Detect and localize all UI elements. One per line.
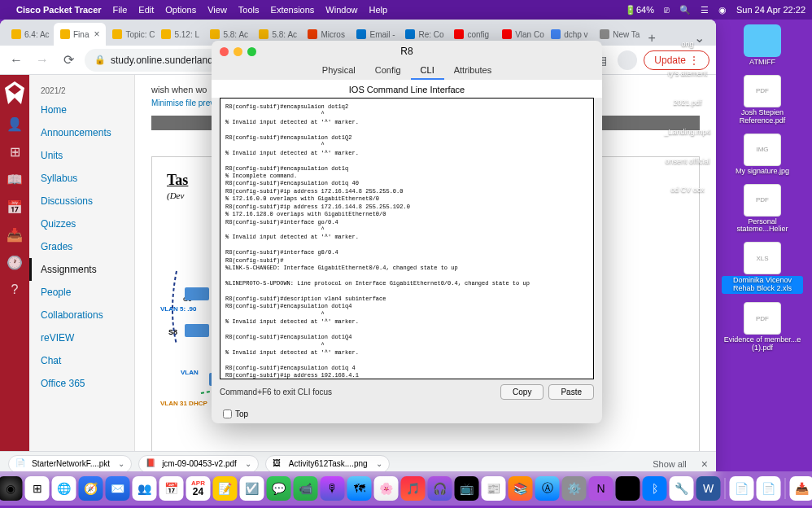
dock-bluetooth[interactable]: ᛒ bbox=[643, 476, 667, 501]
dock-calendar[interactable]: 📅 bbox=[159, 476, 184, 501]
file-label-partial[interactable]: ong bbox=[681, 41, 693, 49]
nav-home[interactable]: Home bbox=[29, 99, 134, 121]
back-button[interactable]: ← bbox=[7, 50, 26, 70]
battery-icon[interactable]: 🔋 64% bbox=[625, 5, 654, 15]
sunderland-logo-icon[interactable] bbox=[5, 81, 24, 104]
dock-recent2[interactable]: 📄 bbox=[757, 476, 781, 501]
dock-safari[interactable]: 🧭 bbox=[79, 476, 103, 501]
dock-reminders[interactable]: ☑️ bbox=[240, 476, 264, 501]
control-center-icon[interactable]: ☰ bbox=[701, 5, 709, 15]
dock-contacts[interactable]: 👥 bbox=[133, 476, 157, 501]
dock-recent1[interactable]: 📄 bbox=[730, 476, 754, 501]
help-icon[interactable]: ? bbox=[7, 282, 23, 298]
dock-books[interactable]: 📚 bbox=[509, 476, 533, 501]
download-item[interactable]: 📕jcm-09-00453-v2.pdf⌄ bbox=[138, 455, 259, 473]
menu-help[interactable]: Help bbox=[369, 5, 387, 15]
dock-podcasts[interactable]: 🎙 bbox=[321, 476, 345, 501]
tab-config[interactable]: Config bbox=[365, 62, 411, 80]
tab-physical[interactable]: Physical bbox=[312, 62, 365, 80]
close-icon[interactable]: × bbox=[94, 28, 99, 40]
file-label-partial[interactable]: ry's atement bbox=[668, 70, 708, 78]
window-titlebar[interactable]: R8 bbox=[212, 41, 602, 62]
paste-button[interactable]: Paste bbox=[548, 384, 594, 400]
nav-quizzes[interactable]: Quizzes bbox=[29, 212, 134, 235]
nav-announcements[interactable]: Announcements bbox=[29, 121, 134, 144]
search-icon[interactable]: 🔍 bbox=[679, 5, 691, 15]
tab-cli[interactable]: CLI bbox=[411, 62, 444, 80]
nav-people[interactable]: People bbox=[29, 281, 134, 304]
file-label-partial[interactable]: onsent official bbox=[666, 158, 710, 166]
copy-button[interactable]: Copy bbox=[500, 384, 544, 400]
menu-options[interactable]: Options bbox=[165, 5, 196, 15]
nav-grades[interactable]: Grades bbox=[29, 235, 134, 258]
dock-downloads[interactable]: 📥 bbox=[790, 476, 813, 501]
menu-extensions[interactable]: Extensions bbox=[271, 5, 315, 15]
screen-mirror-icon[interactable]: ⎚ bbox=[664, 5, 670, 15]
nav-units[interactable]: Units bbox=[29, 144, 134, 167]
dock-facetime[interactable]: 📹 bbox=[294, 476, 318, 501]
profile-avatar[interactable] bbox=[618, 50, 637, 70]
siri-icon[interactable]: ◉ bbox=[718, 5, 727, 15]
file-label-partial[interactable]: od CV ocx bbox=[670, 186, 705, 195]
dock-word[interactable]: W bbox=[696, 476, 721, 501]
history-icon[interactable]: 🕐 bbox=[7, 254, 23, 270]
close-downloads-bar[interactable]: × bbox=[701, 458, 708, 471]
courses-icon[interactable]: 📖 bbox=[7, 171, 23, 187]
desktop-folder[interactable]: ATMIFF bbox=[718, 24, 807, 67]
dock-siri[interactable]: ◉ bbox=[0, 476, 23, 501]
dock-tv[interactable]: 📺 bbox=[455, 476, 479, 501]
file-label-partial[interactable]: _Landing.mp4 bbox=[664, 129, 710, 137]
menu-tools[interactable]: Tools bbox=[238, 5, 260, 15]
dock-music[interactable]: 🎵 bbox=[401, 476, 426, 501]
file-label-partial[interactable]: 2021.pdf bbox=[673, 99, 701, 107]
browser-tab[interactable]: 5.12: L bbox=[155, 23, 203, 46]
dock-launchpad[interactable]: ⊞ bbox=[25, 476, 50, 501]
desktop-file[interactable]: My signature.jpg bbox=[718, 134, 807, 176]
chevron-down-icon[interactable]: ⌄ bbox=[376, 459, 382, 468]
browser-tab[interactable]: Topic: C bbox=[106, 23, 155, 46]
app-name[interactable]: Cisco Packet Tracer bbox=[16, 5, 102, 15]
inbox-icon[interactable]: 📥 bbox=[7, 226, 23, 243]
desktop-file[interactable]: Josh Stepien Reference.pdf bbox=[718, 75, 807, 125]
chevron-down-icon[interactable]: ⌄ bbox=[245, 459, 251, 468]
dock-podcasts2[interactable]: 🎧 bbox=[428, 476, 452, 501]
dock-settings[interactable]: ⚙️ bbox=[562, 476, 587, 501]
dock-chrome[interactable]: 🌐 bbox=[52, 476, 76, 501]
tab-attributes[interactable]: Attributes bbox=[444, 62, 501, 80]
nav-chat[interactable]: Chat bbox=[29, 349, 134, 372]
show-all-downloads[interactable]: Show all bbox=[653, 459, 687, 469]
dock-mail[interactable]: ✉️ bbox=[106, 476, 130, 501]
browser-tab-active[interactable]: Fina× bbox=[54, 23, 106, 46]
dock-photos[interactable]: 🌸 bbox=[374, 476, 399, 501]
dock-packettracer[interactable]: 🔧 bbox=[670, 476, 694, 501]
calendar-icon[interactable]: 📅 bbox=[7, 199, 23, 215]
reload-button[interactable]: ⟳ bbox=[59, 50, 78, 70]
account-icon[interactable]: 👤 bbox=[7, 116, 23, 132]
clock[interactable]: Sun 24 Apr 22:22 bbox=[736, 5, 805, 15]
dock-notes[interactable]: 📝 bbox=[213, 476, 238, 501]
download-item[interactable]: 📄StarterNetworkF....pkt⌄ bbox=[8, 455, 132, 473]
dock-messages[interactable]: 💬 bbox=[267, 476, 291, 501]
download-item[interactable]: 🖼Activity612Task....png⌄ bbox=[265, 455, 390, 473]
dock-maps[interactable]: 🗺 bbox=[347, 476, 372, 501]
cli-terminal[interactable]: R8(config-subif)#encapsulaion dot1q2 ^ %… bbox=[220, 98, 594, 379]
top-checkbox[interactable] bbox=[223, 409, 232, 418]
dashboard-icon[interactable]: ⊞ bbox=[7, 143, 23, 160]
dock-onenote[interactable]: N bbox=[589, 476, 613, 501]
nav-collaborations[interactable]: Collaborations bbox=[29, 304, 134, 326]
nav-review[interactable]: reVIEW bbox=[29, 326, 134, 349]
menu-edit[interactable]: Edit bbox=[138, 5, 154, 15]
dock-calendar-date[interactable]: APR24 bbox=[186, 476, 211, 501]
nav-discussions[interactable]: Discussions bbox=[29, 190, 134, 212]
menu-file[interactable]: File bbox=[113, 5, 128, 15]
desktop-file[interactable]: Evidence of member...e (1).pdf bbox=[718, 302, 807, 353]
desktop-file[interactable]: Dominika Vicenov Rehab Block 2.xls bbox=[718, 242, 807, 294]
browser-tab[interactable]: 6.4: Ac bbox=[5, 23, 54, 46]
menu-view[interactable]: View bbox=[207, 5, 227, 15]
desktop-file[interactable]: Personal stateme...Helier bbox=[718, 184, 807, 234]
forward-button[interactable]: → bbox=[33, 50, 52, 70]
menu-window[interactable]: Window bbox=[325, 5, 357, 15]
nav-assignments[interactable]: Assignments bbox=[29, 258, 134, 281]
minimise-preview-link[interactable]: Minimise file prev bbox=[151, 99, 214, 107]
nav-office365[interactable]: Office 365 bbox=[29, 372, 134, 395]
